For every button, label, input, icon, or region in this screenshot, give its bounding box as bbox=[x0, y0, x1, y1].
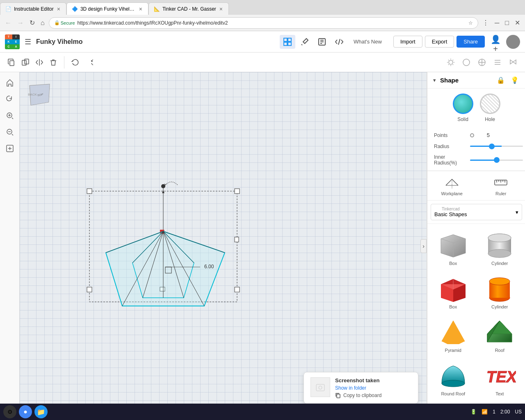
solid-shape-type[interactable]: Solid bbox=[453, 94, 473, 122]
taskbar-region: US bbox=[515, 409, 522, 415]
browser-chrome: 📄 Instructable Editor × 🔷 3D design Funk… bbox=[0, 0, 525, 31]
back-button[interactable]: ← bbox=[3, 18, 13, 28]
ruler-button[interactable]: Ruler bbox=[477, 171, 525, 200]
canvas-area: TOP BACK bbox=[20, 72, 427, 420]
copy-button[interactable] bbox=[5, 56, 18, 69]
screenshot-notification: Screenshot taken Show in folder Copy to … bbox=[304, 372, 418, 404]
add-user-button[interactable]: 👤+ bbox=[488, 34, 503, 49]
shape-thumb-pyramid-yellow bbox=[437, 317, 470, 346]
tools-button[interactable] bbox=[297, 35, 313, 49]
star-shape[interactable]: 6.00 bbox=[85, 167, 270, 331]
tab-close-instructable[interactable]: × bbox=[56, 6, 61, 12]
taskbar-files-btn[interactable]: 📁 bbox=[34, 405, 48, 418]
whats-new-button[interactable]: What's New bbox=[349, 36, 387, 47]
bulb-icon[interactable]: 💡 bbox=[509, 75, 520, 85]
shape-thumb-cylinder-gray bbox=[483, 231, 516, 259]
fit-all-button[interactable] bbox=[2, 141, 17, 156]
taskbar-time: 2:00 bbox=[500, 409, 510, 415]
svg-rect-17 bbox=[87, 287, 92, 292]
shape-label-cylinder-gray: Cylinder bbox=[491, 261, 508, 266]
shape-item-cylinder-gray[interactable]: Cylinder bbox=[477, 227, 523, 269]
minimize-button[interactable]: ─ bbox=[493, 18, 501, 28]
shape-panel: ▾ Shape 🔒 💡 Solid Hole bbox=[427, 72, 525, 171]
app-title: Funky Vihelmo bbox=[36, 38, 276, 46]
address-bar[interactable]: 🔒 Secure https://www.tinkercad.com/thing… bbox=[49, 17, 478, 29]
svg-rect-7 bbox=[25, 59, 29, 64]
svg-point-59 bbox=[489, 278, 510, 285]
taskbar-chrome-btn[interactable]: ● bbox=[19, 405, 32, 418]
forward-button[interactable]: → bbox=[16, 18, 25, 28]
shape-label-box-red: Box bbox=[449, 304, 457, 309]
left-nav bbox=[0, 72, 20, 420]
menu-icon[interactable]: ☰ bbox=[23, 36, 33, 48]
svg-rect-1 bbox=[288, 38, 291, 41]
points-label: Points bbox=[434, 132, 467, 138]
home-button[interactable]: ⌂ bbox=[39, 18, 46, 28]
shape-item-cylinder-orange[interactable]: Cylinder bbox=[477, 271, 523, 313]
tab-close-3d[interactable]: × bbox=[138, 6, 143, 12]
hole-label: Hole bbox=[485, 116, 495, 122]
tinkercad-logo[interactable]: T I K E C A bbox=[5, 34, 20, 49]
shape-item-round-roof[interactable]: Round Roof bbox=[431, 358, 476, 399]
shape-item-roof-green[interactable]: Roof bbox=[477, 314, 523, 356]
shape-item-box-red[interactable]: Box bbox=[431, 271, 476, 313]
undo-button[interactable] bbox=[68, 56, 82, 69]
close-window-button[interactable]: ✕ bbox=[513, 17, 522, 28]
shape-thumb-box-red bbox=[437, 274, 470, 303]
shape-item-box-gray[interactable]: Box bbox=[431, 227, 476, 269]
mirror-v-button[interactable] bbox=[506, 55, 520, 69]
tab-close-tc[interactable]: × bbox=[219, 6, 224, 12]
shape-item-text[interactable]: TEXT Text bbox=[477, 358, 523, 399]
tab-instructable[interactable]: 📄 Instructable Editor × bbox=[0, 2, 66, 15]
rotate-nav-button[interactable] bbox=[2, 92, 17, 107]
grid-tool-button[interactable] bbox=[475, 55, 489, 69]
workplane-button[interactable]: Workplane bbox=[427, 171, 477, 200]
tab-tinkercad[interactable]: 📐 Tinker CAD - Mr. Gasser × bbox=[148, 2, 229, 15]
workplane-label: Workplane bbox=[441, 191, 463, 196]
inner-radius-slider[interactable] bbox=[470, 160, 523, 161]
simulate-button[interactable] bbox=[314, 35, 330, 49]
reload-button[interactable]: ↻ bbox=[28, 17, 37, 28]
taskbar-system-btn[interactable]: ⚙ bbox=[3, 405, 16, 418]
tab-3ddesign[interactable]: 🔷 3D design Funky Vihelm... × bbox=[66, 2, 148, 15]
grid-view-button[interactable] bbox=[280, 35, 295, 49]
shape-collapse-button[interactable]: ▾ bbox=[432, 76, 437, 84]
mirror-button[interactable] bbox=[33, 56, 46, 69]
svg-rect-2 bbox=[284, 42, 287, 46]
points-dot bbox=[470, 133, 474, 137]
svg-rect-0 bbox=[284, 38, 287, 41]
shape-view-button[interactable] bbox=[459, 55, 473, 69]
notif-title: Screenshot taken bbox=[335, 377, 411, 383]
codeblocks-button[interactable] bbox=[331, 35, 347, 49]
shape-label-box-gray: Box bbox=[449, 261, 457, 266]
zoom-in-button[interactable] bbox=[2, 108, 17, 123]
export-button[interactable]: Export bbox=[425, 36, 454, 48]
hole-shape-type[interactable]: Hole bbox=[480, 94, 500, 122]
maximize-button[interactable]: □ bbox=[503, 18, 511, 28]
svg-marker-61 bbox=[442, 321, 465, 344]
light-tool-button[interactable] bbox=[444, 55, 458, 69]
lock-icon[interactable]: 🔒 bbox=[495, 75, 507, 85]
import-button[interactable]: Import bbox=[393, 36, 422, 48]
svg-rect-18 bbox=[235, 287, 240, 292]
shape-item-pyramid-yellow[interactable]: Pyramid bbox=[431, 314, 476, 356]
shapes-category-selector: Tinkercad Basic Shapes ▾ bbox=[427, 201, 525, 224]
taskbar-number: 1 bbox=[493, 409, 495, 415]
radius-control: 20 bbox=[470, 143, 525, 149]
share-button[interactable]: Share bbox=[457, 36, 485, 48]
shapes-category-dropdown[interactable]: Tinkercad Basic Shapes ▾ bbox=[431, 204, 522, 220]
delete-button[interactable] bbox=[47, 56, 60, 69]
canvas-grid: TOP BACK bbox=[20, 72, 427, 420]
expand-arrow[interactable]: › bbox=[420, 239, 427, 253]
copy-clipboard-link[interactable]: Copy to clipboard bbox=[335, 393, 411, 398]
settings-icon[interactable]: ⋮ bbox=[481, 17, 491, 28]
align-tool-button[interactable] bbox=[491, 55, 504, 69]
show-in-folder-link[interactable]: Show in folder bbox=[335, 385, 411, 391]
duplicate-button[interactable] bbox=[19, 56, 32, 69]
avatar[interactable] bbox=[506, 35, 520, 49]
radius-slider[interactable] bbox=[470, 146, 523, 147]
home-nav-button[interactable] bbox=[2, 75, 17, 90]
address-text: https://www.tinkercad.com/things/lRcXOUg… bbox=[78, 20, 466, 26]
zoom-out-button[interactable] bbox=[2, 125, 17, 139]
redo-button[interactable] bbox=[82, 56, 96, 69]
